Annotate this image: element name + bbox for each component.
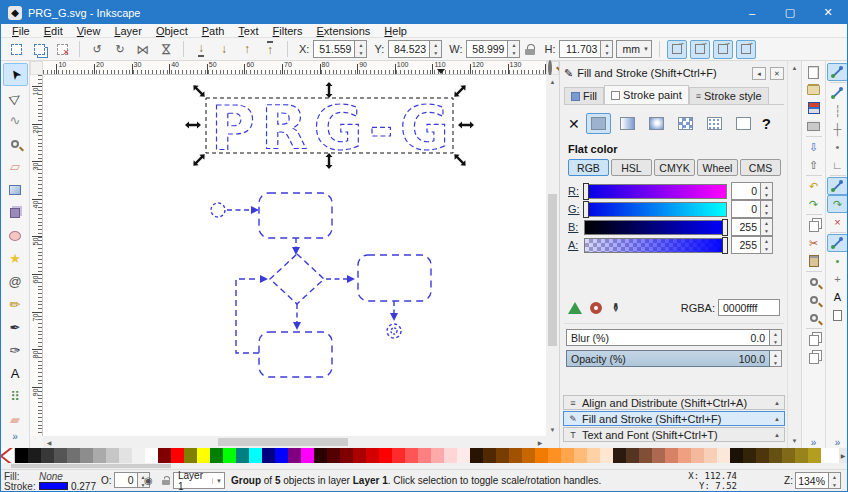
snap-others-button[interactable] [827,234,848,252]
affect-patterns-toggle[interactable] [736,40,756,59]
red-slider[interactable] [584,184,727,199]
palette-swatch[interactable] [314,448,327,463]
flowchart-process-right[interactable] [358,255,431,301]
palette-swatch[interactable] [574,448,587,463]
palette-swatch[interactable] [171,448,184,463]
palette-swatch[interactable] [93,448,106,463]
flowchart-process-top[interactable] [259,193,332,238]
w-spinbox[interactable]: 58.999▲▼ [466,40,520,58]
tool-calligraphy[interactable]: ✑ [3,339,28,362]
palette-swatch[interactable] [197,448,210,463]
menu-edit[interactable]: Edit [37,25,70,37]
tool-box-3d[interactable] [3,201,28,224]
palette-swatch[interactable] [275,448,288,463]
blur-slider[interactable]: Blur (%)0.0 [566,329,770,346]
palette-swatch[interactable] [717,448,730,463]
blue-spinbox[interactable]: 255▲▼ [731,218,773,236]
palette-swatch[interactable] [600,448,613,463]
clone-button[interactable] [803,348,824,366]
palette-swatch[interactable] [67,448,80,463]
green-spinbox[interactable]: 0▲▼ [731,200,773,218]
palette-swatch[interactable] [444,448,457,463]
print-button[interactable] [803,117,824,135]
handle-w[interactable] [185,122,201,129]
handle-se[interactable] [452,152,468,168]
menu-text[interactable]: Text [231,25,265,37]
palette-swatch[interactable] [431,448,444,463]
zoom-spinbox[interactable]: 134%▲▼ [795,472,841,489]
red-spinbox[interactable]: 0▲▼ [731,182,773,200]
tab-stroke-paint[interactable]: Stroke paint [604,85,689,104]
snap-object-centers-button[interactable]: • [827,252,848,270]
color-tab-wheel[interactable]: Wheel [697,159,738,176]
layer-lock-icon[interactable] [162,476,170,485]
vertical-ruler[interactable]: 102030405060708090 [30,75,43,436]
flip-horizontal-button[interactable]: ⋈ [133,40,153,59]
eyedropper-icon[interactable]: ✒ [608,302,623,313]
color-tab-rgb[interactable]: RGB [568,159,609,176]
dock-scrollbar[interactable]: ▲ ▼ [787,61,801,448]
commands-overflow-icon[interactable]: » [811,437,817,448]
snap-nodes-button[interactable] [827,177,848,195]
close-button[interactable]: ✕ [809,1,847,24]
menu-layer[interactable]: Layer [107,25,149,37]
palette-swatch[interactable] [769,448,782,463]
horizontal-ruler[interactable]: 102030405060708090100110120130140 [43,61,546,75]
palette-swatch[interactable] [756,448,769,463]
open-document-button[interactable] [803,81,824,99]
selected-text-object[interactable]: PRG-G [211,93,449,163]
snap-overflow-icon[interactable]: » [835,437,841,448]
palette-swatch[interactable] [457,448,470,463]
import-button[interactable]: ⇩ [803,138,824,156]
tool-pencil[interactable]: ✏ [3,293,28,316]
palette-scroll-thumb[interactable] [11,464,171,468]
menu-file[interactable]: File [5,25,37,37]
green-slider[interactable] [584,202,727,217]
flowchart-process-bottom[interactable] [259,332,332,377]
palette-swatch[interactable] [210,448,223,463]
palette-swatch[interactable] [353,448,366,463]
palette-swatch[interactable] [158,448,171,463]
menu-view[interactable]: View [70,25,108,37]
palette-swatch[interactable] [509,448,522,463]
tool-node-editor[interactable]: ▷ [3,86,28,109]
layer-visibility-icon[interactable]: ◉ [144,475,153,486]
x-spinbox[interactable]: 51.559▲▼ [313,40,367,58]
palette-swatch[interactable] [379,448,392,463]
palette-swatch[interactable] [106,448,119,463]
snap-rotation-centers-button[interactable]: + [827,270,848,288]
paste-button[interactable] [803,252,824,270]
tool-text[interactable]: A [3,362,28,385]
palette-swatch[interactable] [392,448,405,463]
affect-stroke-toggle[interactable] [667,40,687,59]
new-document-button[interactable] [803,63,824,81]
tool-tweak[interactable]: ∿ [3,109,28,132]
palette-swatch[interactable] [678,448,691,463]
paint-mode-unknown[interactable] [731,113,756,134]
copy-button[interactable] [803,216,824,234]
palette-swatch[interactable] [691,448,704,463]
horizontal-scrollbar[interactable]: ◀ ▶ [43,436,546,448]
palette-swatch[interactable] [249,448,262,463]
palette-swatch[interactable] [80,448,93,463]
scroll-down-arrow[interactable]: ▼ [546,423,559,436]
menu-path[interactable]: Path [195,25,232,37]
alpha-slider[interactable] [584,238,727,253]
lower-button[interactable]: ↓ [214,40,234,59]
palette-swatch[interactable] [15,448,28,463]
lock-ratio-icon[interactable] [525,44,535,55]
menu-filters[interactable]: Filters [266,25,310,37]
snap-bbox-corners-button[interactable]: ∟ [827,156,848,174]
snap-bbox-button[interactable] [827,84,848,102]
palette-swatch[interactable] [652,448,665,463]
paint-mode-radial-gradient[interactable] [644,113,669,134]
zoom-drawing-button[interactable] [803,291,824,309]
toolbox-overflow-icon[interactable]: » [12,431,18,442]
select-all-button[interactable] [6,40,26,59]
paint-mode-pattern[interactable] [673,113,698,134]
vertical-scrollbar[interactable]: ▲ ▼ [546,75,559,436]
snap-bbox-centers-button[interactable]: • [827,138,848,156]
layer-select[interactable]: Layer 1▼ [173,472,225,489]
palette-swatch[interactable] [665,448,678,463]
no-color-swatch[interactable] [1,448,15,463]
